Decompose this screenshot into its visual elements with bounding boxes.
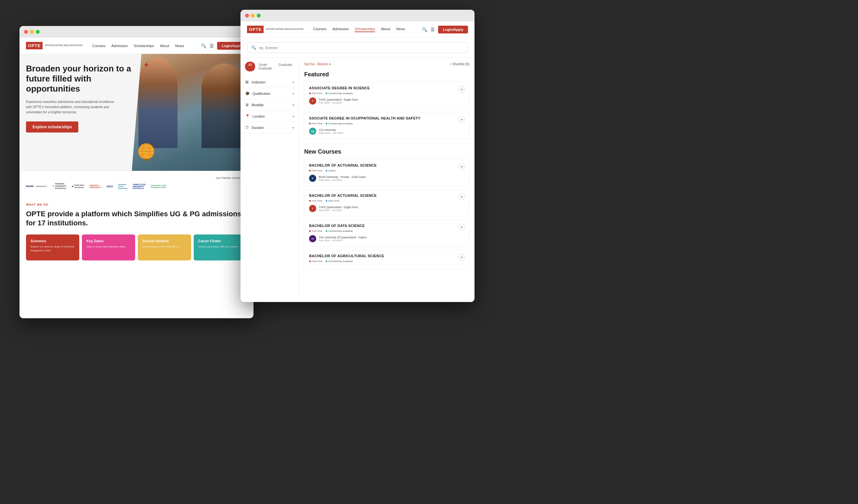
nav-news-r[interactable]: News — [396, 27, 405, 32]
login-button-right[interactable]: Login/Apply — [438, 26, 468, 33]
course-title-1: ASSOCIATE DEGREE IN SCIENCE — [309, 86, 464, 90]
nav-scholarships[interactable]: Scholarships — [133, 44, 154, 48]
card-schemes-desc: Explore our diverse range of schemes des… — [31, 245, 75, 253]
course-card-new-1: + Bachelor Of Actuarial Science Full-Tim… — [304, 159, 469, 186]
close-dot[interactable] — [24, 30, 28, 34]
hero-description: Experience seamless admissions and educa… — [26, 99, 117, 115]
search-input-wrap[interactable]: 🔍 — [247, 42, 468, 53]
card-schemes[interactable]: Schemes Explore our diverse range of sch… — [26, 234, 79, 260]
what-we-do-title: OPTE provide a platform which Simplifies… — [26, 209, 247, 228]
course-tags-new-4: Full-Time Scholarship available — [309, 260, 464, 263]
search-icon-r[interactable]: 🔍 — [422, 27, 427, 32]
tab-undergrad[interactable]: Under Graduate — [255, 62, 275, 71]
tag-fulltime-new-3: Full-Time — [309, 230, 322, 232]
partner-sunshine-coast: University of theSunshine Coast — [151, 184, 166, 188]
card-school-student[interactable]: School Student Empowering school student… — [138, 234, 191, 260]
search-input[interactable] — [259, 46, 464, 50]
filter-location[interactable]: 📍 Location ▾ — [240, 111, 299, 122]
new-courses-heading: New Courses — [304, 148, 469, 155]
shortlist-button[interactable]: + Shortlist (0) — [450, 62, 469, 66]
card-career-finder-title: Carrer Finder — [198, 239, 242, 243]
course-tags-2: Full-Time Scholarship available — [309, 122, 464, 125]
nav-admission-r[interactable]: Admission — [332, 27, 349, 32]
nav-courses[interactable]: Courses — [92, 44, 105, 48]
add-course-button-1[interactable]: + — [459, 86, 465, 93]
sort-row: Sort by - Recent ▾ + Shortlist (0) — [304, 62, 469, 66]
logo-left[interactable]: OPTE OPPORTUNITIES AND EDUCATION — [26, 42, 82, 49]
close-dot-r[interactable] — [245, 14, 249, 18]
menu-icon-r[interactable]: ☰ — [431, 27, 435, 32]
hero-title: Broaden your horizon to a future filled … — [26, 64, 137, 94]
nav-courses-r[interactable]: Courses — [313, 27, 326, 32]
chevron-down-icon: ▾ — [292, 81, 294, 84]
filter-modality-label: Modality — [252, 103, 264, 107]
partners-logos: BOND UNIVERSITY T TORRENSUNIVERSITYAUSTR… — [26, 183, 247, 190]
card-key-dates-desc: Stay on track with important dates. — [86, 245, 131, 249]
navbar-left: OPTE OPPORTUNITIES AND EDUCATION Courses… — [19, 38, 254, 54]
inst-dates-new-3: Feb 2023 - Jul 2023 — [319, 239, 367, 242]
dot-icon-6 — [325, 170, 327, 172]
dot-icon-3 — [309, 123, 311, 124]
nav-links-right: Courses Admission Scholarships About New… — [313, 27, 405, 32]
tag-fulltime-new-1: Full-Time — [309, 169, 322, 172]
add-course-button-6[interactable]: + — [459, 254, 465, 260]
filter-qualification[interactable]: 🎓 Qualification ▾ — [240, 88, 299, 99]
filter-institution-label: Institution — [252, 81, 266, 84]
partner-federation: ⊞ FederationUniversity — [72, 184, 84, 189]
tag-fulltime-1: Full-Time — [309, 92, 322, 95]
tab-grad[interactable]: Graduate — [275, 62, 296, 71]
chevron-down-icon-3: ▾ — [292, 103, 294, 107]
logo-right[interactable]: OPTE OPPORTUNITIES AND EDUCATION — [247, 26, 303, 33]
nav-admission[interactable]: Admission — [111, 44, 128, 48]
filter-duration[interactable]: ⏱ Duration ▾ — [240, 122, 299, 133]
filter-sidebar: All Under Graduate Graduate 🏛 Institutio… — [240, 58, 299, 302]
filter-modality[interactable]: 🖥 Modality ▾ — [240, 99, 299, 111]
nav-news[interactable]: News — [175, 44, 184, 48]
partner-torrens: T TORRENSUNIVERSITYAUSTRALIA — [53, 183, 67, 190]
course-card-new-4: + Bachelor Of Agricultural Science Full-… — [304, 250, 469, 270]
minimize-dot[interactable] — [30, 30, 34, 34]
filter-tabs: All Under Graduate Graduate — [240, 62, 299, 71]
course-institution-1: T TAFE Queensland - Eagle Farm Feb 2023 … — [309, 97, 464, 104]
card-career-finder[interactable]: Carrer Finder Unlock your future with ou… — [194, 234, 247, 260]
add-course-button-4[interactable]: + — [459, 194, 465, 200]
feature-cards: Schemes Explore our diverse range of sch… — [26, 234, 247, 260]
inst-logo-bond: B — [309, 175, 316, 182]
minimize-dot-r[interactable] — [251, 14, 255, 18]
explore-scholarships-button[interactable]: Explore scholarships — [26, 121, 78, 132]
search-icon[interactable]: 🔍 — [201, 43, 206, 48]
tab-all[interactable]: All — [245, 62, 255, 71]
partners-section: Our Partner Universities BOND UNIVERSITY… — [19, 171, 254, 195]
add-course-button-2[interactable]: + — [459, 116, 465, 123]
add-course-button-5[interactable]: + — [459, 224, 465, 230]
course-title-new-1: Bachelor Of Actuarial Science — [309, 163, 464, 167]
nav-about[interactable]: About — [160, 44, 169, 48]
card-schemes-title: Schemes — [31, 239, 75, 243]
nav-scholarships-r[interactable]: Scholarships — [354, 27, 375, 32]
inst-dates-new-2: Feb 2023 - Jul 2023 — [319, 209, 358, 212]
expand-dot-r[interactable] — [257, 14, 261, 18]
search-icon-field: 🔍 — [251, 45, 256, 50]
inst-logo-cq: CQ — [309, 128, 316, 135]
add-course-button-3[interactable]: + — [459, 163, 465, 170]
partner-acu: ACU — [107, 185, 113, 188]
sort-by[interactable]: Sort by - Recent ▾ — [304, 62, 331, 66]
modality-icon: 🖥 — [245, 103, 249, 107]
tag-fulltime-new-4: Full-Time — [309, 260, 322, 263]
filter-institution[interactable]: 🏛 Institution ▾ — [240, 77, 299, 88]
content-area: All Under Graduate Graduate 🏛 Institutio… — [240, 58, 475, 302]
menu-icon[interactable]: ☰ — [210, 43, 214, 48]
globe-icon — [137, 142, 156, 161]
tag-scholarship-1: Scholarship available — [325, 92, 353, 95]
dot-icon-12 — [325, 260, 327, 262]
location-icon: 📍 — [245, 114, 250, 118]
browser-chrome-left — [19, 26, 254, 38]
dot-icon-5 — [309, 170, 311, 172]
partner-griffith: GRIFFITHUNIVERSITY — [90, 184, 101, 188]
nav-about-r[interactable]: About — [381, 27, 390, 32]
expand-dot[interactable] — [36, 30, 39, 34]
course-title-new-2: Bachelor Of Actuarial Science — [309, 194, 464, 197]
course-title-new-4: Bachelor Of Agricultural Science — [309, 254, 464, 258]
nav-icons-left: 🔍 ☰ Login/Apply — [201, 42, 247, 50]
card-key-dates[interactable]: Key Dates Stay on track with important d… — [82, 234, 135, 260]
